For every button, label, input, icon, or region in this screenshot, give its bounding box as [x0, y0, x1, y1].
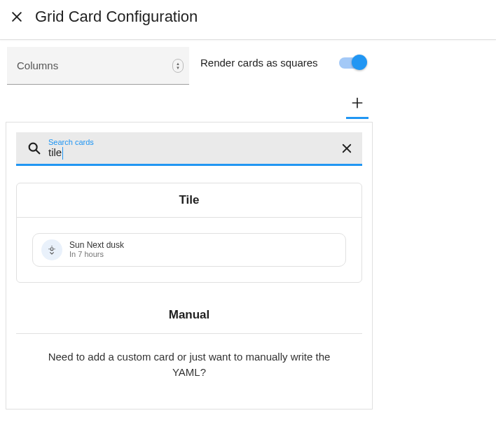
sun-dusk-icon [41, 239, 62, 260]
svg-line-5 [36, 150, 40, 154]
search-float-label: Search cards [48, 138, 338, 146]
columns-label: Columns [17, 59, 58, 71]
clear-search-icon[interactable] [338, 142, 355, 155]
svg-point-8 [50, 247, 53, 250]
search-cards-field[interactable]: Search cards tile [16, 132, 362, 166]
card-picker-panel: Search cards tile Tile [6, 122, 373, 410]
search-icon [25, 141, 44, 156]
tile-entity-name: Sun Next dusk [69, 240, 124, 250]
add-card-button[interactable] [346, 96, 368, 113]
manual-card-option[interactable]: Need to add a custom card or just want t… [6, 334, 372, 381]
close-icon[interactable] [3, 3, 31, 31]
render-squares-toggle[interactable] [339, 57, 366, 69]
active-tab-underline [346, 117, 368, 119]
dialog-title: Grid Card Configuration [35, 8, 198, 26]
number-stepper-icon[interactable]: ▲▼ [172, 59, 184, 73]
manual-section-title: Manual [6, 308, 372, 322]
text-caret [62, 147, 63, 160]
result-card-tile[interactable]: Tile Sun Next dusk In 7 hours [16, 183, 362, 283]
tile-entity-state: In 7 hours [69, 250, 124, 259]
search-input-value[interactable]: tile [48, 146, 62, 158]
render-squares-label: Render cards as squares [200, 57, 318, 69]
tile-preview: Sun Next dusk In 7 hours [32, 233, 346, 267]
columns-input[interactable]: Columns ▲▼ [7, 47, 189, 85]
result-card-title: Tile [17, 183, 361, 218]
